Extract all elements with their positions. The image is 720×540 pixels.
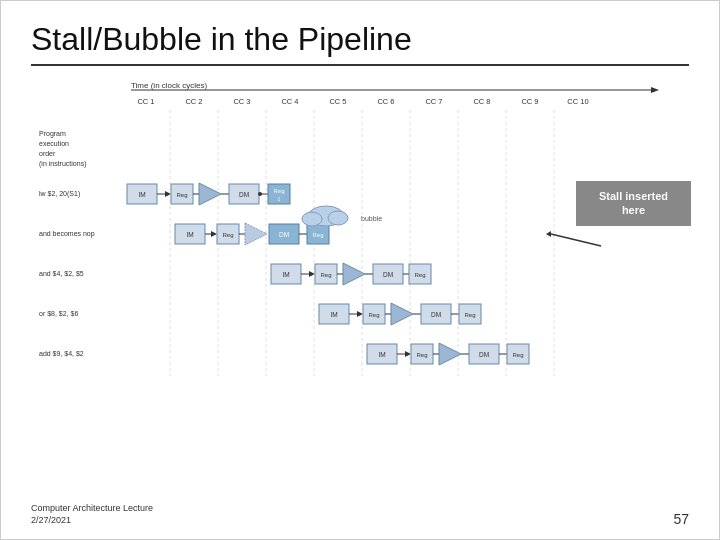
svg-marker-41 <box>245 223 267 245</box>
svg-text:CC 10: CC 10 <box>567 97 588 106</box>
footer-course: Computer Architecture Lecture <box>31 502 153 515</box>
svg-text:CC 6: CC 6 <box>377 97 394 106</box>
svg-marker-37 <box>211 231 217 237</box>
svg-text:Reg: Reg <box>368 312 379 318</box>
svg-text:CC 2: CC 2 <box>185 97 202 106</box>
svg-text:IM: IM <box>138 191 145 198</box>
svg-marker-74 <box>391 303 413 325</box>
svg-text:DM: DM <box>279 231 289 238</box>
svg-text:CC 5: CC 5 <box>329 97 346 106</box>
stall-line1: Stall inserted <box>599 190 668 202</box>
svg-line-105 <box>551 234 601 246</box>
svg-text:IM: IM <box>378 351 385 358</box>
svg-text:execution: execution <box>39 140 69 147</box>
diagram-area: Time (in clock cycles) CC 1 CC 2 CC 3 CC… <box>31 76 691 476</box>
svg-marker-24 <box>199 183 221 205</box>
svg-text:CC 1: CC 1 <box>137 97 154 106</box>
svg-text:1: 1 <box>278 196 281 202</box>
svg-text:CC 8: CC 8 <box>473 97 490 106</box>
svg-text:Reg: Reg <box>414 272 425 278</box>
svg-text:Reg: Reg <box>416 352 427 358</box>
svg-text:Reg: Reg <box>176 192 187 198</box>
svg-text:CC 7: CC 7 <box>425 97 442 106</box>
svg-text:or $8, $2, $6: or $8, $2, $6 <box>39 310 78 317</box>
svg-marker-89 <box>439 343 461 365</box>
svg-point-50 <box>328 211 348 225</box>
svg-marker-106 <box>546 231 551 237</box>
svg-text:Reg: Reg <box>464 312 475 318</box>
svg-text:DM: DM <box>431 311 441 318</box>
stall-callout: Stall inserted here <box>576 181 691 226</box>
footer: Computer Architecture Lecture 2/27/2021 … <box>31 502 689 527</box>
svg-text:order: order <box>39 150 56 157</box>
svg-text:add $9, $4, $2: add $9, $4, $2 <box>39 350 84 357</box>
svg-text:Program: Program <box>39 130 66 138</box>
stall-line2: here <box>622 204 645 216</box>
svg-marker-59 <box>343 263 365 285</box>
svg-text:bubble: bubble <box>361 215 382 222</box>
time-label: Time (in clock cycles) <box>131 81 207 90</box>
svg-marker-1 <box>651 87 659 93</box>
svg-text:lw $2, 20(S1): lw $2, 20(S1) <box>39 190 80 198</box>
pipeline-diagram: Time (in clock cycles) CC 1 CC 2 CC 3 CC… <box>31 76 691 466</box>
svg-text:CC 4: CC 4 <box>281 97 298 106</box>
svg-text:Reg: Reg <box>512 352 523 358</box>
svg-text:IM: IM <box>186 231 193 238</box>
slide-container: Stall/Bubble in the Pipeline Time (in cl… <box>0 0 720 540</box>
svg-text:(in instructions): (in instructions) <box>39 160 86 168</box>
svg-text:IM: IM <box>330 311 337 318</box>
svg-text:DM: DM <box>383 271 393 278</box>
svg-text:IM: IM <box>282 271 289 278</box>
svg-text:and becomes nop: and becomes nop <box>39 230 95 238</box>
svg-text:Reg: Reg <box>320 272 331 278</box>
svg-point-49 <box>302 212 322 226</box>
svg-text:Reg: Reg <box>273 188 284 194</box>
svg-text:DM: DM <box>239 191 249 198</box>
footer-page: 57 <box>673 511 689 527</box>
stall-box: Stall inserted here <box>576 181 691 226</box>
svg-text:Reg: Reg <box>222 232 233 238</box>
footer-date: 2/27/2021 <box>31 514 153 527</box>
svg-text:DM: DM <box>479 351 489 358</box>
svg-text:CC 9: CC 9 <box>521 97 538 106</box>
svg-text:and $4, $2, $5: and $4, $2, $5 <box>39 270 84 277</box>
svg-text:CC 3: CC 3 <box>233 97 250 106</box>
slide-title: Stall/Bubble in the Pipeline <box>31 21 689 66</box>
footer-left: Computer Architecture Lecture 2/27/2021 <box>31 502 153 527</box>
